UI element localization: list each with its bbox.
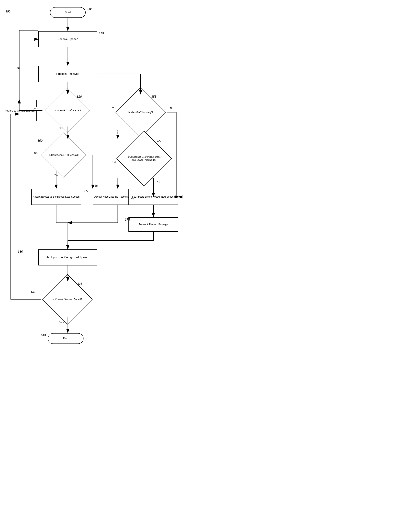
ref-355: 355 bbox=[151, 95, 156, 99]
process-received-node: Process Received bbox=[38, 66, 97, 82]
ref-360: 360 bbox=[93, 184, 98, 188]
label-yes-confusable: Yes bbox=[59, 127, 63, 130]
confidence-within-diamond: Is Confidence Score within Upper and Low… bbox=[114, 139, 175, 178]
confidence-threshold-diamond: Is Confidence > Threshold? bbox=[39, 139, 89, 171]
label-yes-nametag: Yes bbox=[112, 107, 116, 110]
set-nbest1-node: Set Nbest1 as the Recognized Speech bbox=[128, 189, 178, 205]
ref-305: 305 bbox=[87, 7, 92, 11]
end-node: End bbox=[48, 333, 84, 344]
label-no-nametag: No bbox=[170, 107, 173, 110]
ref-300: 300 bbox=[5, 10, 10, 13]
ref-350: 350 bbox=[38, 139, 42, 143]
ref-365: 365 bbox=[156, 139, 161, 143]
diagram-container: 300 Start 305 Receive Speech 310 Process… bbox=[0, 0, 189, 532]
ref-325: 325 bbox=[83, 189, 88, 193]
ref-330: 330 bbox=[18, 250, 23, 253]
label-no-session: No bbox=[31, 290, 35, 293]
ref-340: 340 bbox=[41, 334, 46, 337]
label-no-confusable: No bbox=[34, 107, 38, 110]
ref-310: 310 bbox=[99, 32, 104, 35]
ref-370: 370 bbox=[128, 197, 133, 201]
ref-375: 375 bbox=[125, 218, 130, 222]
label-no-confidence: No bbox=[34, 152, 38, 154]
act-upon-node: Act Upon the Recognized Speech bbox=[38, 249, 97, 266]
label-yes-within: Yes bbox=[112, 160, 116, 163]
ref-315: 315 bbox=[17, 66, 22, 70]
ref-335: 335 bbox=[77, 282, 82, 285]
ref-320: 320 bbox=[77, 95, 82, 99]
accept-nbest1-node: Accept Nbest1 as the Recognized Speech bbox=[31, 189, 81, 205]
start-node: Start bbox=[50, 7, 86, 18]
transmit-pardon-node: Transmit Pardon Message bbox=[128, 217, 178, 232]
label-no-within: No bbox=[157, 180, 160, 183]
receive-speech-node: Receive Speech bbox=[38, 31, 97, 47]
nbest1-confusable-diamond: Is Nbest1 Confusable? bbox=[42, 95, 92, 127]
session-ended-diamond: Is Current Session Ended? bbox=[41, 281, 94, 317]
label-yes-confidence: Yes bbox=[54, 174, 58, 177]
label-yes-session: Yes bbox=[59, 321, 64, 324]
nbest2-nametag-diamond: Is Nbest2="Nametag"? bbox=[114, 95, 167, 130]
prepare-obtain-node: Prepare to Obtain Speech bbox=[2, 100, 37, 121]
